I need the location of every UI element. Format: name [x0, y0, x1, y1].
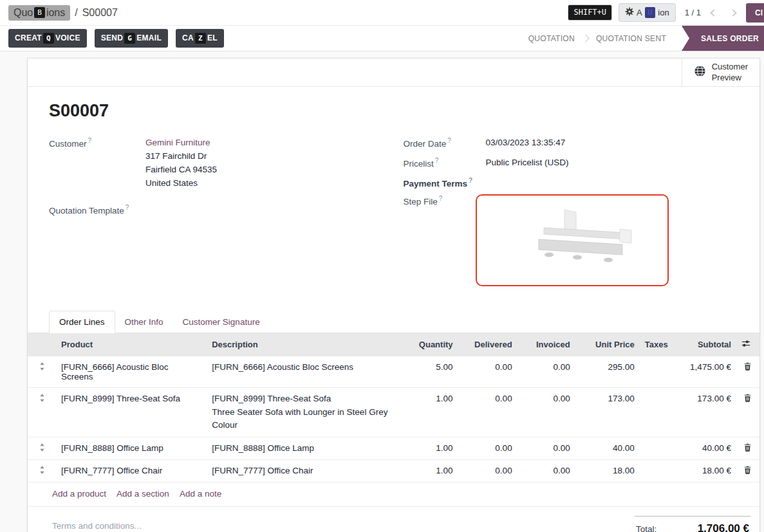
action-label-pre: A: [637, 8, 642, 17]
cell-description[interactable]: [FURN_8999] Three-Seat Sofa Three Seater…: [207, 388, 400, 437]
keyboard-hint-badge-g: G: [124, 33, 135, 44]
cell-taxes[interactable]: [640, 356, 666, 388]
tab-order-lines[interactable]: Order Lines: [49, 311, 115, 333]
field-label-order-date: Order Date?: [404, 136, 486, 150]
customer-preview-line1: Customer: [712, 62, 748, 72]
order-date-value[interactable]: 03/03/2023 13:35:47: [486, 136, 739, 150]
cell-product[interactable]: [FURN_8999] Three-Seat Sofa: [56, 388, 207, 437]
keyboard-hint-badge-z: Z: [195, 33, 206, 44]
pager-next-button[interactable]: [727, 5, 740, 21]
delete-row-icon[interactable]: [743, 362, 752, 372]
column-header-subtotal[interactable]: Subtotal: [666, 333, 736, 356]
customer-preview-button[interactable]: Customer Preview: [682, 59, 759, 86]
cell-quantity[interactable]: 1.00: [400, 388, 458, 437]
delete-row-icon[interactable]: [743, 394, 752, 404]
order-line-row[interactable]: [FURN_8888] Office Lamp [FURN_8888] Offi…: [28, 437, 759, 460]
pricelist-value[interactable]: Public Pricelist (USD): [486, 156, 739, 170]
cell-unit-price[interactable]: 40.00: [575, 437, 640, 460]
cell-subtotal: 173.00 €: [666, 388, 736, 437]
step-file-image-highlighted[interactable]: [476, 194, 669, 286]
drag-handle-icon[interactable]: [39, 466, 45, 476]
column-header-product[interactable]: Product: [56, 333, 207, 356]
cell-description[interactable]: [FURN_8888] Office Lamp: [207, 437, 400, 460]
pager-previous-button[interactable]: [707, 5, 720, 21]
cell-unit-price[interactable]: 295.00: [575, 356, 640, 388]
field-label-customer: Customer?: [49, 136, 145, 190]
cell-delivered[interactable]: 0.00: [458, 460, 517, 482]
cell-invoiced[interactable]: 0.00: [517, 388, 575, 437]
tab-customer-signature[interactable]: Customer Signature: [173, 311, 270, 333]
field-row-pricelist: Pricelist? Public Pricelist (USD): [404, 156, 739, 170]
cell-unit-price[interactable]: 18.00: [575, 460, 640, 482]
breadcrumb-parent-text-pre: Quo: [14, 7, 33, 19]
row-handle-cell: [28, 356, 56, 388]
tab-other-info[interactable]: Other Info: [115, 311, 173, 333]
totals-summary: Total: 1,706.00 €: [635, 516, 750, 532]
column-header-description[interactable]: Description: [207, 333, 400, 356]
form-sheet: Customer Preview S00007 Customer? Gemini…: [27, 58, 760, 532]
statusbar-step-quotation-sent[interactable]: QUOTATION SENT: [584, 26, 678, 51]
help-icon: ?: [439, 195, 443, 202]
delete-row-icon[interactable]: [743, 466, 752, 476]
quotation-template-field[interactable]: [145, 203, 384, 216]
create-invoice-button[interactable]: CREAT Q VOICE: [8, 29, 87, 48]
cell-product[interactable]: [FURN_7777] Office Chair: [56, 460, 207, 482]
handle-column-header: [28, 333, 56, 356]
control-panel-buttons: CREAT Q VOICE SEND G EMAIL CA Z EL QUOTA…: [0, 26, 764, 51]
column-header-taxes[interactable]: Taxes: [640, 333, 666, 356]
create-invoice-label-pre: CREAT: [15, 33, 42, 42]
keyboard-hint-badge-b: B: [34, 7, 45, 18]
field-group-left: Customer? Gemini Furniture 317 Fairchild…: [49, 136, 384, 221]
delete-row-icon[interactable]: [743, 443, 752, 454]
customer-link[interactable]: Gemini Furniture: [145, 138, 210, 147]
cell-taxes[interactable]: [640, 460, 666, 482]
statusbar-step-quotation[interactable]: QUOTATION: [517, 26, 586, 51]
gear-icon: [625, 7, 634, 18]
field-label-payment-terms: Payment Terms?: [404, 176, 486, 188]
page-title: S00007: [49, 101, 738, 121]
payment-terms-field[interactable]: [486, 176, 739, 188]
cell-description[interactable]: [FURN_6666] Acoustic Bloc Screens: [207, 356, 400, 388]
cell-taxes[interactable]: [640, 388, 666, 437]
send-email-button[interactable]: SEND G EMAIL: [95, 29, 168, 48]
cell-quantity[interactable]: 1.00: [400, 437, 458, 460]
order-line-row[interactable]: [FURN_8999] Three-Seat Sofa [FURN_8999] …: [28, 388, 759, 437]
action-menu-button[interactable]: A U ion: [619, 3, 676, 22]
cell-delivered[interactable]: 0.00: [458, 388, 517, 437]
field-groups: Customer? Gemini Furniture 317 Fairchild…: [49, 136, 738, 293]
cell-taxes[interactable]: [640, 437, 666, 460]
drag-handle-icon[interactable]: [39, 362, 45, 372]
statusbar-step-sales-order[interactable]: SALES ORDER: [682, 26, 764, 51]
cell-delivered[interactable]: 0.00: [458, 356, 517, 388]
cell-invoiced[interactable]: 0.00: [517, 460, 575, 482]
add-a-section-link[interactable]: Add a section: [116, 489, 169, 499]
cell-quantity[interactable]: 5.00: [400, 356, 458, 388]
cell-invoiced[interactable]: 0.00: [517, 356, 575, 388]
cell-invoiced[interactable]: 0.00: [517, 437, 575, 460]
column-header-invoiced[interactable]: Invoiced: [517, 333, 575, 356]
cell-product[interactable]: [FURN_8888] Office Lamp: [56, 437, 207, 460]
drag-handle-icon[interactable]: [39, 443, 45, 454]
drag-handle-icon[interactable]: [39, 394, 45, 404]
order-line-row[interactable]: [FURN_6666] Acoustic Bloc Screens [FURN_…: [28, 356, 759, 388]
cell-subtotal: 1,475.00 €: [666, 356, 736, 388]
description-line1: [FURN_8999] Three-Seat Sofa: [212, 394, 395, 403]
cell-product[interactable]: [FURN_6666] Acoustic Bloc Screens: [56, 356, 207, 388]
column-header-delivered[interactable]: Delivered: [458, 333, 517, 356]
column-header-unit-price[interactable]: Unit Price: [575, 333, 640, 356]
cancel-button[interactable]: CA Z EL: [176, 29, 224, 48]
breadcrumb-quotations-link[interactable]: Quo B ions: [8, 5, 70, 21]
keyboard-hint-badge-q: Q: [43, 33, 54, 44]
chevron-left-icon: [710, 9, 717, 16]
cell-quantity[interactable]: 1.00: [400, 460, 458, 482]
cell-unit-price[interactable]: 173.00: [575, 388, 640, 437]
cell-description[interactable]: [FURN_7777] Office Chair: [207, 460, 400, 482]
cell-delivered[interactable]: 0.00: [458, 437, 517, 460]
optional-columns-toggle-icon[interactable]: [741, 339, 750, 350]
column-header-quantity[interactable]: Quantity: [400, 333, 458, 356]
order-line-row[interactable]: [FURN_7777] Office Chair [FURN_7777] Off…: [28, 460, 759, 482]
add-a-note-link[interactable]: Add a note: [180, 489, 221, 499]
add-a-product-link[interactable]: Add a product: [52, 489, 106, 499]
terms-and-conditions-input[interactable]: Terms and conditions...: [52, 516, 142, 531]
close-button[interactable]: Cl: [746, 3, 764, 23]
